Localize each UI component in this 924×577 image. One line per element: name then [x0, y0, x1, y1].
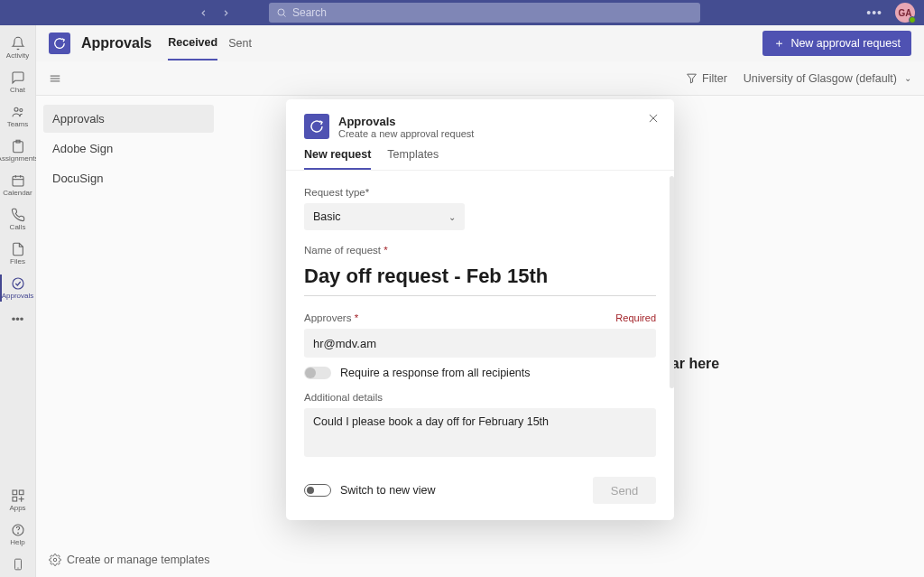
- svg-point-2: [14, 107, 18, 111]
- svg-rect-10: [13, 490, 17, 495]
- name-label: Name of request *: [304, 245, 656, 256]
- modal-tab-new-request[interactable]: New request: [304, 148, 371, 170]
- bell-icon: [11, 35, 25, 51]
- chat-icon: [11, 70, 25, 85]
- approvers-label: Approvers *: [304, 312, 358, 323]
- modal-title: Approvals: [338, 115, 474, 128]
- calls-icon: [11, 207, 25, 222]
- approvals-icon: [11, 275, 25, 291]
- phone-icon: [12, 556, 24, 572]
- request-type-select[interactable]: Basic ⌄: [304, 203, 465, 230]
- svg-point-0: [278, 9, 284, 15]
- required-tag: Required: [615, 312, 656, 323]
- app-rail: Activity Chat Teams Assignments Calendar…: [0, 25, 36, 577]
- modal-tab-templates[interactable]: Templates: [387, 148, 439, 170]
- rail-mobile[interactable]: [0, 552, 36, 577]
- rail-teams[interactable]: Teams: [0, 99, 36, 134]
- rail-files[interactable]: Files: [0, 237, 36, 271]
- rail-activity[interactable]: Activity: [0, 31, 36, 65]
- switch-view-label: Switch to new view: [340, 484, 436, 497]
- search-icon: [276, 7, 287, 18]
- svg-rect-11: [19, 490, 23, 495]
- modal-overlay: Approvals Create a new approval request …: [36, 25, 924, 577]
- nav-forward-icon[interactable]: [221, 8, 231, 18]
- name-input[interactable]: [304, 261, 656, 296]
- content-area: Approvals Received Sent ＋ New approval r…: [36, 25, 924, 577]
- files-icon: [11, 241, 25, 256]
- search-input[interactable]: [292, 6, 693, 19]
- calendar-icon: [11, 172, 25, 188]
- rail-calendar[interactable]: Calendar: [0, 168, 36, 202]
- titlebar-more-icon[interactable]: •••: [866, 5, 882, 20]
- svg-point-16: [17, 532, 18, 533]
- request-type-label: Request type*: [304, 187, 656, 198]
- new-approval-modal: Approvals Create a new approval request …: [286, 99, 674, 520]
- rail-approvals[interactable]: Approvals: [0, 271, 36, 305]
- send-button[interactable]: Send: [593, 477, 656, 504]
- title-bar: ••• GA: [0, 0, 924, 25]
- require-all-toggle[interactable]: [304, 367, 331, 379]
- details-label: Additional details: [304, 392, 656, 403]
- modal-app-icon: [304, 114, 329, 139]
- approvers-input[interactable]: [304, 329, 656, 358]
- rail-help[interactable]: Help: [0, 517, 36, 552]
- svg-line-1: [283, 14, 285, 16]
- avatar[interactable]: GA: [895, 3, 915, 23]
- close-icon[interactable]: [647, 112, 660, 125]
- svg-point-3: [19, 108, 22, 111]
- rail-more-icon[interactable]: •••: [12, 305, 24, 333]
- details-input[interactable]: [304, 408, 656, 457]
- help-icon: [11, 522, 25, 537]
- switch-view-toggle[interactable]: [304, 484, 331, 497]
- rail-assignments[interactable]: Assignments: [0, 134, 36, 168]
- svg-rect-12: [13, 497, 17, 501]
- svg-point-9: [13, 278, 23, 289]
- require-all-label: Require a response from all recipients: [340, 367, 531, 379]
- rail-apps[interactable]: Apps: [0, 483, 36, 517]
- svg-rect-5: [13, 176, 23, 186]
- search-box[interactable]: [269, 3, 700, 23]
- presence-available-icon: [909, 16, 916, 23]
- chevron-down-icon: ⌄: [448, 212, 456, 222]
- modal-subtitle: Create a new approval request: [338, 128, 474, 139]
- teams-icon: [11, 104, 25, 119]
- rail-calls[interactable]: Calls: [0, 202, 36, 237]
- rail-chat[interactable]: Chat: [0, 65, 36, 99]
- nav-back-icon[interactable]: [199, 8, 208, 18]
- assignments-icon: [11, 138, 25, 154]
- apps-icon: [11, 488, 25, 503]
